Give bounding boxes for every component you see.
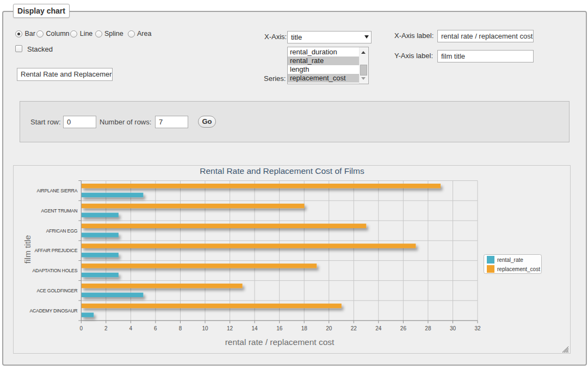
svg-text:AFFAIR PREJUDICE: AFFAIR PREJUDICE (34, 248, 77, 253)
svg-text:8: 8 (179, 325, 182, 331)
svg-text:28: 28 (425, 325, 431, 331)
svg-text:14: 14 (252, 325, 258, 331)
svg-text:ACADEMY DINOSAUR: ACADEMY DINOSAUR (29, 308, 77, 313)
svg-text:20: 20 (326, 325, 332, 331)
svg-text:30: 30 (450, 325, 456, 331)
svg-text:10: 10 (202, 325, 208, 331)
svg-text:24: 24 (375, 325, 382, 331)
svg-text:rental_rate: rental_rate (497, 257, 523, 263)
svg-text:4: 4 (129, 325, 133, 331)
svg-text:18: 18 (301, 325, 308, 331)
svg-text:film title: film title (23, 235, 32, 264)
svg-text:6: 6 (154, 325, 157, 331)
svg-text:AIRPLANE SIERRA: AIRPLANE SIERRA (37, 188, 78, 193)
svg-text:22: 22 (351, 325, 357, 331)
svg-text:replacement_cost: replacement_cost (497, 266, 540, 272)
svg-text:12: 12 (227, 325, 233, 331)
svg-text:AGENT TRUMAN: AGENT TRUMAN (41, 208, 78, 214)
svg-text:rental rate / replacement cost: rental rate / replacement cost (225, 337, 335, 347)
svg-text:0: 0 (80, 325, 83, 331)
svg-text:AFRICAN EGG: AFRICAN EGG (46, 228, 78, 234)
svg-text:ADAPTATION HOLES: ADAPTATION HOLES (32, 268, 77, 273)
svg-text:26: 26 (400, 325, 407, 331)
svg-text:2: 2 (104, 325, 108, 331)
svg-text:16: 16 (276, 325, 283, 331)
svg-text:32: 32 (474, 325, 481, 331)
svg-text:ACE GOLDFINGER: ACE GOLDFINGER (36, 288, 77, 293)
svg-text:Rental Rate and Replacement Co: Rental Rate and Replacement Cost of Film… (200, 166, 364, 175)
